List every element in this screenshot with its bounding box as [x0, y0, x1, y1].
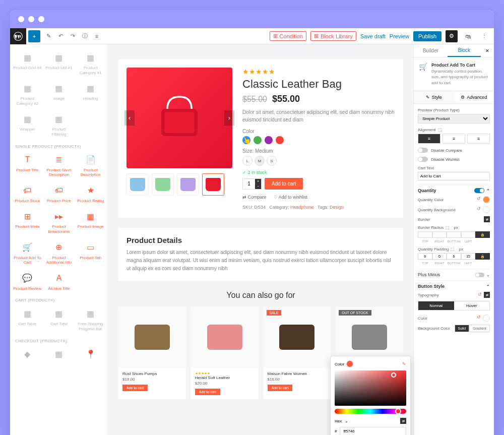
block-item[interactable]: TProduct Title [12, 151, 43, 180]
product-main-image[interactable]: ‹ › [127, 68, 232, 168]
related-product-card[interactable]: ★★★★★Herald Soft Leather$20.00Add to car… [191, 307, 259, 399]
color-swatch[interactable] [254, 136, 262, 144]
compare-link[interactable]: ⇄ Compare [242, 195, 267, 200]
tab-block[interactable]: Block [448, 44, 481, 57]
hue-cursor[interactable] [395, 408, 401, 414]
color-format[interactable]: Hex [335, 419, 342, 423]
settings-icon[interactable]: ⚙ [446, 30, 458, 42]
color-copy-button[interactable]: ⇄ [400, 418, 406, 424]
plusminus-toggle[interactable] [475, 273, 484, 277]
quantity-toggle[interactable] [474, 188, 484, 193]
info-icon[interactable]: ⓘ [79, 30, 91, 42]
block-item[interactable]: ▦Product List #1 [44, 48, 75, 78]
state-hover[interactable]: Hover [454, 301, 490, 310]
gallery-thumb[interactable] [127, 173, 149, 196]
saturation-cursor[interactable] [391, 372, 396, 378]
block-item[interactable]: ▦Image [44, 79, 75, 109]
radius-right[interactable] [432, 231, 447, 238]
disable-compare-toggle[interactable] [418, 148, 428, 153]
pad-top[interactable] [418, 253, 432, 260]
close-inspector-button[interactable]: ✕ [481, 44, 494, 57]
reset-icon[interactable]: ↺ [477, 315, 481, 322]
block-item[interactable]: ▦Free Shipping Progress Bar [75, 304, 106, 334]
block-item[interactable]: 💬Product Review [12, 269, 43, 294]
block-item[interactable]: ⊞Product Meta [12, 207, 43, 237]
tab-builder[interactable]: Builder [414, 44, 448, 57]
related-cart-button[interactable]: Add to cart [195, 389, 220, 395]
qty-minus[interactable]: − [255, 184, 261, 189]
preview-link[interactable]: Preview [390, 33, 409, 39]
edit-icon[interactable]: ✎ [42, 30, 54, 42]
bg-gradient-tab[interactable]: Gradient [469, 325, 490, 332]
block-item[interactable]: ≣Product Short Description [44, 151, 75, 180]
related-product-card[interactable]: SALE Maison Fabre Women$18.00Add to cart [264, 307, 331, 399]
pad-bottom[interactable] [447, 253, 461, 260]
traffic-light[interactable] [18, 16, 24, 22]
radius-left[interactable] [461, 231, 476, 238]
preview-type-select[interactable]: Simple Product [418, 114, 490, 123]
pad-right[interactable] [432, 253, 447, 260]
block-item[interactable]: ▦Wrapper [12, 110, 43, 140]
radius-top[interactable] [418, 231, 432, 238]
wishlist-link[interactable]: ♡ Add to wishlist [274, 195, 308, 200]
block-item[interactable]: ▭Product Tab [75, 238, 106, 268]
related-cart-button[interactable]: Add to cart [122, 385, 148, 391]
product-block[interactable]: ‹ › ★★★★★ Classic Leather Bag [118, 59, 403, 218]
align-center-button[interactable]: ≡ [443, 134, 465, 144]
category-link[interactable]: Headphone [290, 205, 314, 210]
redo-icon[interactable]: ↷ [67, 30, 79, 42]
block-item[interactable]: ▦Heading [75, 79, 106, 109]
quantity-input[interactable] [243, 179, 255, 189]
block-item[interactable]: ▦ [44, 345, 75, 365]
subtab-advanced[interactable]: ⚙ Advanced [454, 91, 494, 103]
hue-slider[interactable] [335, 409, 406, 414]
related-product-card[interactable]: Rust Shoes Pumps$18.00Add to cart [118, 307, 186, 399]
block-item[interactable]: ▦Cart Total [44, 304, 75, 334]
add-to-cart-button[interactable]: Add to cart [265, 178, 303, 190]
quantity-color-chip[interactable] [483, 196, 490, 203]
outline-icon[interactable]: ≡ [91, 30, 103, 42]
add-block-button[interactable]: + [28, 30, 40, 42]
block-item[interactable]: ⊕Product Additional Info [44, 238, 75, 268]
size-option[interactable]: M [255, 156, 265, 166]
product-details-block[interactable]: Product Details Lorem ipsum dolor sit am… [118, 228, 403, 281]
typography-settings-button[interactable]: ⇄ [484, 292, 490, 298]
disable-wishlist-toggle[interactable] [418, 157, 428, 162]
undo-icon[interactable]: ↶ [54, 30, 67, 42]
block-item[interactable]: 🛒Product Add To Cart [12, 238, 43, 268]
qty-plus[interactable]: + [255, 179, 261, 184]
color-saturation-area[interactable] [335, 370, 406, 406]
block-item[interactable]: ★Product Rating [75, 181, 106, 207]
block-item[interactable]: ▦Product Category #1 [75, 48, 106, 78]
tag-link[interactable]: Design [330, 205, 344, 210]
block-item[interactable]: ▦Product Filtering [44, 110, 75, 140]
section-button-style[interactable]: Button Style⌃ [418, 280, 490, 292]
pad-left[interactable] [461, 253, 476, 260]
section-plus-minus[interactable]: Plus Minus⌄ [418, 269, 490, 280]
wordpress-logo[interactable] [10, 28, 26, 44]
save-draft-link[interactable]: Save draft [360, 33, 386, 39]
block-item[interactable]: ▦Product Image [75, 207, 106, 237]
block-item[interactable]: 📄Product Description [75, 151, 106, 180]
gallery-next-button[interactable]: › [224, 110, 234, 126]
color-swatch[interactable] [265, 136, 273, 144]
traffic-light[interactable] [28, 16, 34, 22]
align-left-button[interactable]: ≡ [418, 134, 440, 144]
gallery-thumb-selected[interactable] [202, 173, 224, 196]
traffic-light[interactable] [38, 16, 44, 22]
block-item[interactable]: ▦Product Category #2 [12, 79, 43, 109]
block-item[interactable]: AArchive Title [44, 269, 75, 294]
cart-text-input[interactable] [418, 172, 490, 180]
reset-icon[interactable]: ↺ [477, 196, 481, 203]
gallery-thumb[interactable] [177, 173, 199, 196]
reset-icon[interactable]: ↺ [477, 206, 481, 213]
block-item[interactable]: 📍 [75, 345, 106, 365]
subtab-style[interactable]: ✎ Style [414, 91, 454, 103]
color-swatch[interactable] [276, 136, 284, 144]
gallery-prev-button[interactable]: ‹ [124, 110, 135, 126]
border-settings-button[interactable]: ⇄ [484, 216, 490, 222]
radius-bottom[interactable] [447, 231, 461, 238]
block-library-button[interactable]: ⊞ Block Library [310, 31, 356, 41]
align-right-button[interactable]: ≡ [467, 134, 490, 144]
block-item[interactable]: ▦Cart Table [12, 304, 43, 334]
